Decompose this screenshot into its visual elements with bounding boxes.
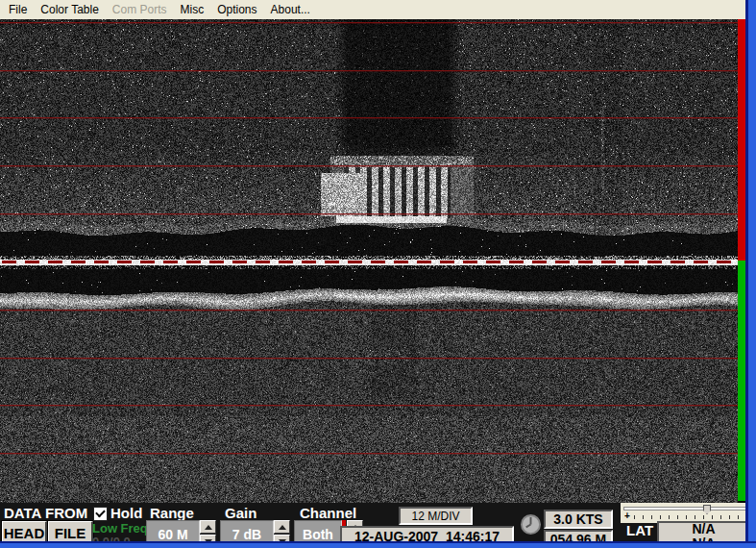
- data-from-label: DATA FROM: [4, 505, 87, 521]
- app-window: File Color Table Com Ports Misc Options …: [0, 0, 756, 548]
- low-freq-label: Low Freq: [92, 521, 148, 536]
- slider-ticks: [634, 515, 751, 519]
- port-channel-indicator-bar: [738, 19, 745, 261]
- sonar-waterfall-display[interactable]: [0, 19, 738, 503]
- menu-bar: File Color Table Com Ports Misc Options …: [0, 0, 745, 19]
- gain-label: Gain: [225, 505, 256, 521]
- hold-label: Hold: [110, 505, 142, 521]
- window-border: [0, 543, 756, 548]
- hold-checkbox[interactable]: [93, 507, 108, 521]
- menu-item-misc[interactable]: Misc: [174, 1, 211, 18]
- window-border: [748, 0, 756, 548]
- menu-item-about[interactable]: About...: [264, 1, 317, 18]
- slider-groove[interactable]: [623, 507, 751, 511]
- slider-zero-tick: +: [624, 511, 630, 521]
- arrow-up-icon: [279, 525, 286, 530]
- menu-item-options[interactable]: Options: [210, 1, 263, 18]
- menu-item-com-ports: Com Ports: [106, 1, 174, 18]
- menu-item-color-table[interactable]: Color Table: [34, 1, 105, 18]
- starboard-channel-indicator-bar: [738, 261, 745, 501]
- scroll-speed-slider: +: [621, 503, 755, 523]
- arrow-up-icon: [205, 525, 212, 530]
- gain-up-button[interactable]: [274, 520, 290, 534]
- channel-label: Channel: [300, 505, 356, 521]
- slider-thumb[interactable]: [703, 505, 711, 514]
- speed-display: 3.0 KTS: [544, 510, 613, 529]
- menu-item-file[interactable]: File: [2, 1, 34, 18]
- lat-value: N/A: [692, 522, 715, 536]
- range-label: Range: [150, 505, 194, 521]
- clock-icon[interactable]: [520, 513, 542, 536]
- lat-label: LAT: [626, 522, 653, 538]
- scale-per-division-display: 12 M/DIV: [399, 507, 473, 525]
- range-up-button[interactable]: [200, 520, 216, 534]
